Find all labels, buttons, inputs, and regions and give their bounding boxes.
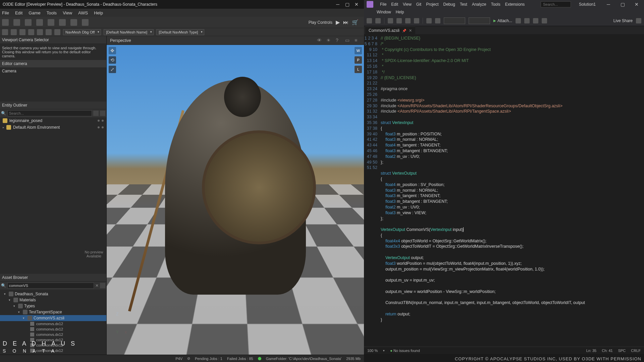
brush-icon[interactable] (25, 19, 32, 26)
vs-menu-project[interactable]: Project (426, 2, 438, 7)
cart-icon[interactable]: 🛒 (352, 19, 359, 25)
viewport-3d[interactable]: ✥ ⟲ ⤢ W P L Z Y x (107, 45, 364, 355)
navmesh-type-dd[interactable]: [Default NavMesh Type] (156, 29, 204, 35)
menu-file[interactable]: File (2, 10, 9, 15)
nav-icon[interactable] (54, 29, 60, 35)
navmesh-debug-dd[interactable]: NavMesh Dbg Off (63, 29, 101, 35)
nav-back-icon[interactable] (367, 18, 372, 23)
sort-icon[interactable] (100, 111, 105, 116)
save-all-icon[interactable] (414, 18, 419, 23)
maximize-icon[interactable]: ▢ (342, 1, 352, 8)
scale-gizmo-icon[interactable]: ⤢ (109, 66, 116, 73)
attach-button[interactable]: Attach... (493, 18, 512, 23)
tree-item[interactable]: ▾Types (0, 303, 106, 309)
vs-solution[interactable]: Solution1 (576, 2, 599, 7)
undo-icon[interactable] (2, 19, 9, 26)
zoom-level[interactable]: 100 % (367, 349, 378, 353)
maximize-icon[interactable]: ▢ (618, 1, 627, 8)
snap-parent-button[interactable]: P (355, 56, 362, 64)
new-icon[interactable] (388, 18, 393, 23)
rotate-gizmo-icon[interactable]: ⟲ (109, 56, 116, 64)
snap-local-button[interactable]: L (355, 66, 362, 73)
tb-icon[interactable] (542, 18, 547, 23)
vs-menu-edit[interactable]: Edit (391, 2, 398, 7)
nav-icon[interactable] (28, 29, 34, 35)
vs-menu-extensions[interactable]: Extensions (505, 2, 525, 7)
file-item[interactable]: commonvs.dx12 (0, 332, 106, 337)
nav-icon[interactable] (46, 29, 52, 35)
cube-icon[interactable] (48, 19, 54, 26)
vs-menu-test[interactable]: Test (460, 2, 467, 7)
code-content[interactable]: // {BEGIN_LICENSE} /* * Copyright (c) Co… (381, 34, 644, 347)
vs-menu-tools[interactable]: Tools (491, 2, 500, 7)
minimize-icon[interactable]: ─ (333, 1, 342, 8)
menu-tools[interactable]: Tools (47, 10, 57, 15)
code-editor[interactable]: 1 2 3 4 5 6 7 8 9 10 11 12 13 14 15 16 1… (364, 34, 644, 347)
redo-icon[interactable] (435, 18, 440, 23)
vr-icon[interactable] (36, 19, 43, 26)
vs-menu-analyze[interactable]: Analyze (472, 2, 486, 7)
file-item[interactable]: commonvs.dx12 (0, 326, 106, 332)
platform-dd[interactable] (469, 17, 490, 24)
close-tab-icon[interactable]: ✕ (409, 28, 412, 33)
step-icon[interactable]: ⏭ (343, 19, 348, 25)
menu-aws[interactable]: AWS (78, 10, 88, 15)
globe-icon[interactable] (70, 19, 77, 26)
tb-icon[interactable] (516, 18, 521, 23)
menu-help[interactable]: Help (94, 10, 103, 15)
live-share-button[interactable]: Live Share (613, 18, 633, 23)
close-icon[interactable]: ✕ (352, 1, 361, 8)
nav-fwd-icon[interactable] (375, 18, 381, 23)
tree-item[interactable]: ▾TestTangentSpace (0, 309, 106, 315)
help-icon[interactable]: ? (336, 38, 342, 44)
clear-icon[interactable]: ✕ (95, 283, 99, 288)
vs-menu-debug[interactable]: Debug (443, 2, 455, 7)
outliner-item[interactable]: ▸ Default Atom Environment (0, 124, 106, 131)
tree-item-selected[interactable]: ▾CommonVS.azsli (0, 315, 106, 321)
menu-view[interactable]: View (63, 10, 72, 15)
camera-item-editor[interactable]: Editor camera (0, 60, 106, 67)
outliner-item[interactable]: legionnaire_posed (0, 117, 106, 124)
sun-icon[interactable]: ☀ (326, 38, 332, 44)
nav-icon[interactable] (19, 29, 25, 35)
tb-icon[interactable] (524, 18, 530, 23)
move-gizmo-icon[interactable]: ✥ (109, 47, 116, 54)
tree-item[interactable]: ▾Deadhaus_Sonata (0, 291, 106, 297)
menu-game[interactable]: Game (29, 10, 40, 15)
nav-icon[interactable] (37, 29, 43, 35)
filter-icon[interactable] (100, 283, 105, 288)
close-icon[interactable]: ✕ (632, 1, 641, 8)
vs-menu-file[interactable]: File (380, 2, 386, 7)
filter-icon[interactable] (93, 111, 99, 116)
save-icon[interactable] (405, 18, 411, 23)
nav-icon[interactable] (11, 29, 17, 35)
vs-search-input[interactable] (541, 1, 571, 7)
play-icon[interactable]: ▶ (336, 19, 340, 25)
ratio-icon[interactable]: ▭ (345, 38, 351, 44)
minimize-icon[interactable]: ─ (604, 1, 613, 8)
pin-icon[interactable]: 📌 (402, 29, 406, 33)
undo-icon[interactable] (426, 18, 432, 23)
menu-edit[interactable]: Edit (15, 10, 22, 15)
vs-menu-help[interactable]: Help (396, 10, 404, 14)
asset-search[interactable] (7, 283, 94, 289)
camera-mode-icon[interactable]: 👁 (317, 38, 323, 44)
save-icon[interactable] (13, 19, 20, 26)
navmesh-name-dd[interactable]: [Default NavMesh Name] (104, 29, 154, 35)
tree-item[interactable]: ▾Materials (0, 297, 106, 303)
camera-item[interactable]: Camera (0, 67, 106, 75)
file-item[interactable]: commonvs.dx12 (0, 321, 106, 326)
magnify-icon[interactable] (82, 19, 89, 26)
config-dd[interactable] (444, 17, 465, 24)
hamburger-icon[interactable]: ≡ (355, 38, 361, 44)
snap-world-button[interactable]: W (355, 47, 362, 54)
tb-icon[interactable] (533, 18, 538, 23)
open-icon[interactable] (396, 18, 402, 23)
editor-tab[interactable]: CommonVS.azsli 📌 ✕ (365, 26, 415, 34)
feedback-icon[interactable] (636, 18, 641, 23)
snap-icon[interactable] (59, 19, 66, 26)
nav-icon[interactable] (2, 29, 8, 35)
vs-menu-window[interactable]: Window (377, 10, 391, 14)
vs-menu-git[interactable]: Git (416, 2, 421, 7)
outliner-search[interactable] (7, 110, 92, 116)
